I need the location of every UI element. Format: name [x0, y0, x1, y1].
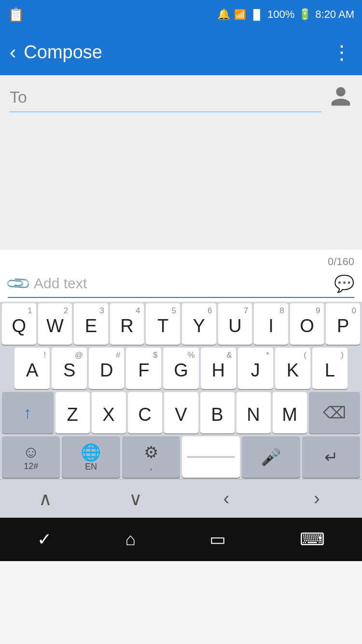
mic-key-icon: 🎤 — [261, 447, 281, 467]
key-o[interactable]: 9O — [290, 303, 324, 345]
nav-back-button[interactable]: ✓ — [37, 529, 52, 550]
key-p[interactable]: 0P — [326, 303, 360, 345]
nav-home-button[interactable]: ⌂ — [125, 529, 136, 550]
emoji-key-icon: ☺ — [23, 443, 40, 461]
key-u[interactable]: 7U — [218, 303, 252, 345]
key-l[interactable]: )L — [312, 348, 348, 389]
nav-keyboard-button[interactable]: ⌨ — [300, 529, 325, 550]
key-letter: A — [26, 360, 38, 381]
lang-key-label: EN — [85, 462, 97, 472]
key-letter: C — [138, 404, 151, 425]
sms-type-icon[interactable]: 💬 — [334, 274, 354, 293]
key-k[interactable]: (K — [275, 348, 310, 389]
nav-recents-button[interactable]: ▭ — [209, 529, 226, 550]
key-w[interactable]: 2W — [38, 303, 72, 345]
nav-right-key[interactable]: › — [272, 480, 362, 518]
nav-up-key[interactable]: ∧ — [0, 480, 91, 518]
delete-icon: ⌫ — [323, 403, 346, 422]
message-area[interactable] — [0, 115, 362, 250]
key-v[interactable]: V — [164, 392, 198, 433]
key-letter: B — [211, 404, 223, 425]
lang-key[interactable]: 🌐EN — [62, 436, 120, 478]
shift-key[interactable]: ↑ — [2, 392, 54, 433]
compose-area: 0/160 📎 Add text 💬 — [0, 250, 362, 302]
key-q[interactable]: 1Q — [2, 303, 36, 345]
key-n[interactable]: N — [237, 392, 271, 433]
status-bar: 📋 🔔 📶 ▐▌ 100% 🔋 8:20 AM — [0, 0, 362, 29]
key-letter: K — [287, 360, 299, 381]
key-letter: T — [157, 316, 168, 336]
key-h[interactable]: &H — [201, 348, 236, 389]
key-g[interactable]: %G — [163, 348, 198, 389]
nav-down-key[interactable]: ∨ — [91, 480, 181, 518]
contact-icon — [329, 85, 352, 108]
key-z[interactable]: Z — [56, 392, 90, 433]
key-x[interactable]: X — [92, 392, 126, 433]
key-r[interactable]: 4R — [110, 303, 144, 345]
key-letter: F — [138, 360, 149, 381]
key-letter: E — [85, 316, 97, 336]
key-letter: I — [268, 316, 274, 336]
nav-right-icon: › — [314, 488, 320, 509]
keyboard: 1Q2W3E4R5T6Y7U8I9O0P !A@S#D$F%G&H*J(K)L … — [0, 302, 362, 518]
keyboard-row-1: 1Q2W3E4R5T6Y7U8I9O0P — [0, 302, 362, 346]
shift-icon: ↑ — [24, 403, 32, 422]
settings-key-label: , — [150, 462, 152, 472]
more-options-button[interactable]: ⋮ — [332, 41, 352, 63]
key-letter: D — [100, 360, 113, 381]
key-f[interactable]: $F — [126, 348, 161, 389]
key-d[interactable]: #D — [89, 348, 124, 389]
key-number: 0 — [351, 306, 356, 316]
enter-key[interactable]: ↵ — [302, 436, 360, 478]
key-letter: S — [63, 360, 75, 381]
keyboard-row-3: ↑ZXCVBNM⌫ — [0, 390, 362, 435]
key-letter: N — [247, 404, 260, 425]
key-number: # — [116, 350, 120, 360]
back-button[interactable]: ‹ — [10, 41, 16, 63]
keyboard-bottom-row: ☺12#🌐EN⚙,🎤↵ — [0, 435, 362, 479]
key-y[interactable]: 6Y — [182, 303, 216, 345]
nav-left-key[interactable]: ‹ — [181, 480, 272, 518]
key-t[interactable]: 5T — [146, 303, 180, 345]
battery-level: 100% — [267, 8, 294, 21]
key-letter: J — [251, 360, 260, 381]
settings-key-icon: ⚙ — [144, 443, 158, 462]
text-input-row: 📎 Add text 💬 — [8, 270, 354, 298]
key-c[interactable]: C — [128, 392, 162, 433]
key-b[interactable]: B — [200, 392, 235, 433]
key-e[interactable]: 3E — [74, 303, 108, 345]
settings-key[interactable]: ⚙, — [122, 436, 180, 478]
battery-icon: 🔋 — [298, 8, 311, 21]
text-input[interactable]: Add text — [34, 275, 328, 292]
mic-key[interactable]: 🎤 — [242, 436, 300, 478]
key-letter: H — [211, 360, 224, 381]
key-number: ) — [341, 350, 344, 360]
key-letter: Z — [67, 404, 78, 425]
key-letter: G — [174, 360, 188, 381]
key-number: 1 — [28, 306, 32, 316]
emoji-key-label: 12# — [24, 461, 38, 471]
key-number: 4 — [136, 306, 140, 316]
key-i[interactable]: 8I — [254, 303, 288, 345]
app-bar: ‹ Compose ⋮ — [0, 29, 362, 75]
key-letter: M — [282, 404, 297, 425]
attach-icon[interactable]: 📎 — [4, 269, 32, 297]
app-bar-left: ‹ Compose — [10, 41, 102, 63]
app-bar-title: Compose — [24, 42, 102, 63]
delete-key[interactable]: ⌫ — [309, 392, 361, 433]
key-number: 2 — [64, 306, 68, 316]
key-a[interactable]: !A — [14, 348, 50, 389]
key-letter: R — [120, 316, 133, 336]
time: 8:20 AM — [315, 8, 354, 21]
space-key[interactable] — [182, 436, 240, 478]
to-label[interactable]: To — [10, 88, 27, 106]
key-s[interactable]: @S — [52, 348, 87, 389]
key-j[interactable]: *J — [238, 348, 273, 389]
to-input-wrapper: To — [10, 88, 321, 112]
contact-picker-button[interactable] — [329, 85, 352, 115]
key-letter: V — [175, 404, 187, 425]
status-bar-left: 📋 — [8, 7, 25, 23]
key-number: ! — [43, 350, 46, 360]
key-m[interactable]: M — [273, 392, 307, 433]
emoji-key[interactable]: ☺12# — [2, 436, 60, 478]
